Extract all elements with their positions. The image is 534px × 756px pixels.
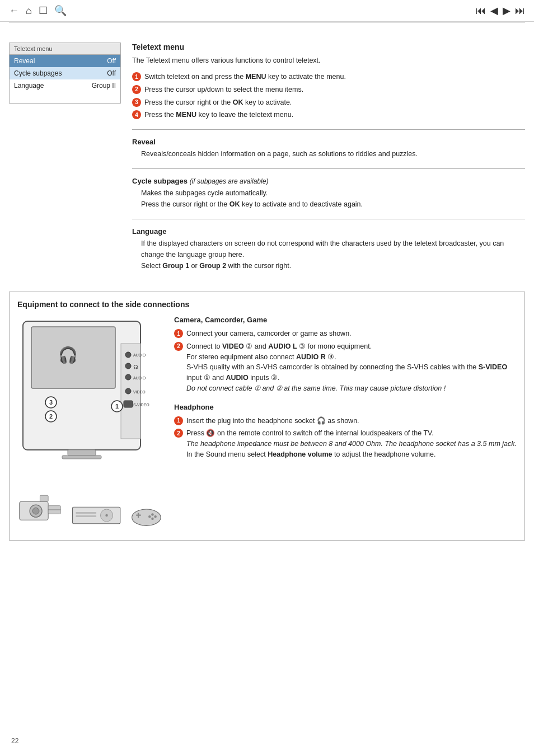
camera-svg [17, 487, 63, 532]
section-teletext: Teletext menu The Teletext menu offers v… [132, 43, 525, 120]
step-num-1: 1 [132, 72, 141, 81]
teletext-steps-list: 1 Switch teletext on and press the MENU … [132, 72, 525, 120]
sidebar: Teletext menu Reveal Off Cycle subpages … [9, 43, 121, 280]
camera-step-1-text: Connect your camera, camcorder or game a… [186, 328, 352, 339]
section-reveal: Reveal Reveals/conceals hidden informati… [132, 138, 525, 159]
menu-label-language: Language [14, 82, 44, 90]
svg-point-6 [125, 363, 131, 369]
svg-point-30 [105, 514, 107, 516]
svg-rect-25 [40, 495, 48, 501]
section-language: Language If the displayed characters on … [132, 227, 525, 271]
teletext-intro: The Teletext menu offers various functio… [132, 55, 525, 66]
svg-text:3: 3 [49, 399, 53, 406]
headphone-steps-list: 1 Insert the plug into the headphone soc… [174, 416, 517, 460]
main-content: Teletext menu Reveal Off Cycle subpages … [0, 31, 534, 280]
menu-value-language: Group II [92, 82, 116, 90]
headphone-step-1-text: Insert the plug into the headphone socke… [186, 416, 359, 426]
search-icon[interactable]: 🔍 [54, 4, 67, 17]
svg-text:2: 2 [49, 413, 53, 420]
svg-rect-35 [138, 513, 139, 518]
menu-row-reveal[interactable]: Reveal Off [10, 55, 120, 67]
equipment-image-area: 🎧 AUDIO 🎧 AUDIO VIDEO S-VIDEO [17, 316, 163, 532]
svg-text:VIDEO: VIDEO [133, 390, 146, 394]
back-icon[interactable]: ← [9, 5, 19, 17]
camera-step-num-1: 1 [174, 329, 183, 338]
camera-step-num-2: 2 [174, 342, 183, 351]
headphone-step-1: 1 Insert the plug into the headphone soc… [174, 416, 517, 426]
teletext-step-4: 4 Press the MENU key to leave the telete… [132, 110, 525, 120]
svg-text:🎧: 🎧 [58, 346, 78, 364]
teletext-step-4-text: Press the MENU key to leave the teletext… [144, 110, 293, 120]
svg-point-38 [151, 518, 153, 520]
divider-1 [132, 129, 525, 130]
svg-point-8 [125, 374, 131, 380]
menu-label-cycle: Cycle subpages [14, 69, 62, 77]
svg-text:1: 1 [115, 403, 119, 410]
headphone-step-2: 2 Press 🔇 on the remote control to switc… [174, 428, 517, 459]
language-body: If the displayed characters on screen do… [132, 238, 525, 271]
teletext-menu-title: Teletext menu [10, 43, 120, 55]
teletext-step-3-text: Press the cursor right or the OK key to … [144, 97, 292, 108]
svg-rect-12 [124, 401, 133, 407]
svg-point-37 [154, 515, 157, 518]
cameras-row [17, 487, 163, 532]
menu-row-empty [10, 92, 120, 103]
cycle-line-2: Press the cursor right or the OK key to … [132, 199, 525, 210]
teletext-menu-box: Teletext menu Reveal Off Cycle subpages … [9, 43, 121, 104]
equipment-layout: 🎧 AUDIO 🎧 AUDIO VIDEO S-VIDEO [17, 316, 517, 532]
doc-icon[interactable]: ☐ [39, 4, 48, 17]
headphone-subsection: Headphone 1 Insert the plug into the hea… [174, 403, 517, 460]
headphone-step-2-text: Press 🔇 on the remote control to switch … [186, 428, 517, 459]
svg-point-33 [132, 509, 161, 525]
teletext-step-1-text: Switch teletext on and press the MENU ke… [144, 72, 346, 82]
camera-step-2: 2 Connect to VIDEO ② and AUDIO L ③ for m… [174, 341, 517, 394]
svg-point-39 [148, 515, 151, 518]
svg-text:S-VIDEO: S-VIDEO [133, 403, 149, 407]
teletext-step-3: 3 Press the cursor right or the OK key t… [132, 97, 525, 108]
cycle-title: Cycle subpages (if subpages are availabl… [132, 177, 525, 185]
headphone-step-num-2: 2 [174, 429, 183, 438]
menu-row-language[interactable]: Language Group II [10, 79, 120, 92]
section-cycle: Cycle subpages (if subpages are availabl… [132, 177, 525, 210]
teletext-step-2-text: Press the cursor up/down to select the m… [144, 84, 303, 95]
menu-value-cycle: Off [107, 69, 116, 77]
content-area: Teletext menu The Teletext menu offers v… [132, 43, 525, 280]
camera-steps-list: 1 Connect your camera, camcorder or game… [174, 328, 517, 394]
camera-step-1: 1 Connect your camera, camcorder or game… [174, 328, 517, 339]
svg-point-36 [151, 513, 153, 515]
tv-diagram-svg: 🎧 AUDIO 🎧 AUDIO VIDEO S-VIDEO [17, 316, 163, 483]
svg-point-4 [125, 352, 131, 358]
svg-rect-21 [62, 456, 101, 459]
camera-step-2-text: Connect to VIDEO ② and AUDIO L ③ for mon… [186, 341, 517, 394]
svg-text:AUDIO: AUDIO [133, 353, 146, 357]
camera-subsection: Camera, Camcorder, Game 1 Connect your c… [174, 316, 517, 394]
nav-divider [9, 22, 525, 22]
page-number: 22 [11, 737, 18, 745]
top-navigation: ← ⌂ ☐ 🔍 ⏮ ◀ ▶ ⏭ [0, 0, 534, 22]
skip-back-icon[interactable]: ⏮ [476, 5, 486, 17]
equipment-desc: Camera, Camcorder, Game 1 Connect your c… [174, 316, 517, 469]
next-icon[interactable]: ▶ [503, 4, 510, 17]
headphone-title: Headphone [174, 403, 517, 411]
teletext-step-2: 2 Press the cursor up/down to select the… [132, 84, 525, 95]
camera-title: Camera, Camcorder, Game [174, 316, 517, 324]
equipment-title: Equipment to connect to the side connect… [17, 300, 517, 309]
svg-text:🎧: 🎧 [133, 364, 138, 369]
prev-icon[interactable]: ◀ [490, 4, 498, 17]
reveal-body: Reveals/conceals hidden information on a… [132, 148, 525, 159]
menu-row-cycle[interactable]: Cycle subpages Off [10, 67, 120, 79]
nav-left: ← ⌂ ☐ 🔍 [9, 4, 67, 17]
language-title: Language [132, 227, 525, 236]
teletext-section-title: Teletext menu [132, 43, 525, 51]
home-icon[interactable]: ⌂ [26, 5, 32, 17]
skip-fwd-icon[interactable]: ⏭ [515, 5, 525, 17]
dvd-svg [72, 499, 121, 532]
equipment-section: Equipment to connect to the side connect… [9, 292, 525, 541]
step-num-2: 2 [132, 85, 141, 94]
svg-text:AUDIO: AUDIO [133, 376, 146, 380]
step-num-4: 4 [132, 110, 141, 119]
menu-label-reveal: Reveal [14, 57, 35, 65]
teletext-step-1: 1 Switch teletext on and press the MENU … [132, 72, 525, 82]
svg-point-24 [32, 508, 39, 514]
svg-rect-32 [76, 515, 96, 517]
